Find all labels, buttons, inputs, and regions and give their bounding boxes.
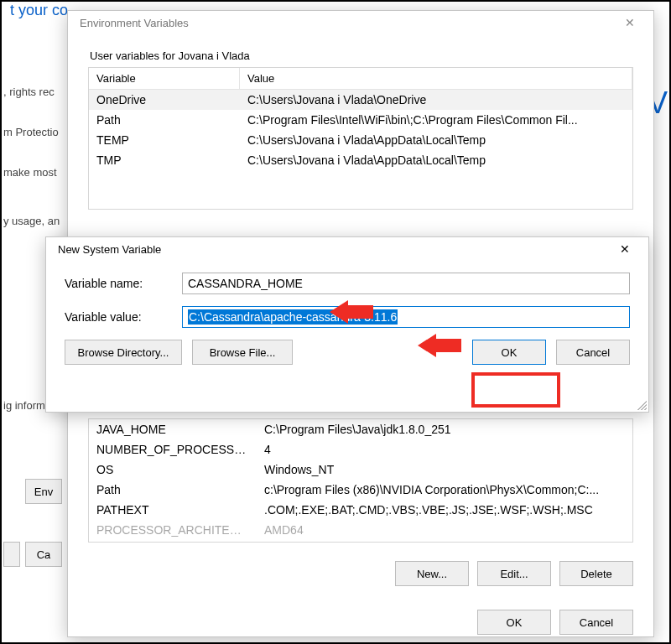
- table-row[interactable]: PROCESSOR_ARCHITECTU AMD64: [89, 520, 632, 540]
- dialog-title: Environment Variables: [80, 17, 189, 29]
- cancel-button-partial[interactable]: Ca: [25, 542, 62, 567]
- cell-variable: OS: [89, 460, 257, 480]
- table-row[interactable]: TEMP C:\Users\Jovana i Vlada\AppData\Loc…: [89, 130, 632, 150]
- cell-variable: OneDrive: [89, 90, 240, 110]
- cell-variable: TEMP: [89, 130, 240, 150]
- bg-text: , rights rec: [3, 86, 55, 98]
- cell-variable: PATHEXT: [89, 500, 257, 520]
- cell-value: .COM;.EXE;.BAT;.CMD;.VBS;.VBE;.JS;.JSE;.…: [257, 500, 632, 520]
- bg-text: ig informa: [3, 399, 51, 412]
- browse-directory-button[interactable]: Browse Directory...: [65, 340, 182, 365]
- ok-button[interactable]: OK: [477, 610, 551, 635]
- user-variables-table[interactable]: Variable Value OneDrive C:\Users\Jovana …: [88, 67, 633, 210]
- delete-button[interactable]: Delete: [559, 561, 633, 586]
- system-variables-table[interactable]: JAVA_HOME C:\Program Files\Java\jdk1.8.0…: [88, 418, 633, 543]
- table-row[interactable]: PATHEXT .COM;.EXE;.BAT;.CMD;.VBS;.VBE;.J…: [89, 500, 632, 520]
- variable-name-label: Variable name:: [65, 277, 182, 290]
- close-icon[interactable]: ✕: [615, 16, 645, 29]
- table-row[interactable]: JAVA_HOME C:\Program Files\Java\jdk1.8.0…: [89, 419, 632, 439]
- edit-button[interactable]: Edit...: [477, 561, 551, 586]
- dialog-title: New System Variable: [58, 243, 161, 256]
- cell-value: C:\Program Files\Intel\WiFi\bin\;C:\Prog…: [240, 110, 632, 130]
- table-row[interactable]: Path c:\Program Files (x86)\NVIDIA Corpo…: [89, 480, 632, 500]
- cell-value: C:\Users\Jovana i Vlada\AppData\Local\Te…: [240, 130, 632, 150]
- variable-value-input[interactable]: C:\Cassandra\apache-cassandra-3.11.6: [182, 306, 630, 328]
- table-row[interactable]: NUMBER_OF_PROCESSORS 4: [89, 439, 632, 460]
- cell-value: c:\Program Files (x86)\NVIDIA Corporatio…: [257, 480, 632, 500]
- user-variables-label: User variables for Jovana i Vlada: [90, 49, 653, 62]
- variable-name-input[interactable]: [182, 273, 630, 294]
- cell-variable: JAVA_HOME: [89, 419, 257, 439]
- cell-variable: NUMBER_OF_PROCESSORS: [89, 439, 257, 460]
- table-row[interactable]: OS Windows_NT: [89, 460, 632, 480]
- cell-value: AMD64: [257, 520, 632, 540]
- cell-variable: TMP: [89, 150, 240, 170]
- cell-value: Windows_NT: [257, 460, 632, 480]
- close-icon[interactable]: ✕: [610, 242, 640, 256]
- selected-value-text: C:\Cassandra\apache-cassandra-3.11.6: [188, 309, 398, 325]
- col-variable[interactable]: Variable: [89, 68, 240, 90]
- cell-value: 4: [257, 439, 632, 460]
- table-header: Variable Value: [89, 68, 632, 90]
- titlebar: New System Variable ✕: [46, 237, 648, 261]
- cell-value: C:\Users\Jovana i Vlada\AppData\Local\Te…: [240, 150, 632, 170]
- bg-text: y usage, an: [3, 215, 60, 227]
- new-button[interactable]: New...: [395, 561, 469, 586]
- bg-text: m Protectio: [3, 126, 59, 138]
- browse-file-button[interactable]: Browse File...: [192, 340, 293, 365]
- bg-text: make most: [3, 166, 57, 179]
- cancel-button[interactable]: Cancel: [556, 340, 630, 365]
- new-system-variable-dialog: New System Variable ✕ Variable name: Var…: [45, 236, 649, 413]
- cell-variable: Path: [89, 480, 257, 500]
- table-row[interactable]: Path C:\Program Files\Intel\WiFi\bin\;C:…: [89, 110, 632, 130]
- cell-variable: Path: [89, 110, 240, 130]
- env-button-partial[interactable]: Env: [25, 479, 62, 504]
- ok-button[interactable]: OK: [472, 340, 546, 365]
- cell-value: C:\Users\Jovana i Vlada\OneDrive: [240, 90, 632, 110]
- cell-variable: PROCESSOR_ARCHITECTU: [89, 520, 257, 540]
- button-partial[interactable]: [3, 542, 20, 567]
- table-row[interactable]: OneDrive C:\Users\Jovana i Vlada\OneDriv…: [89, 90, 632, 110]
- cell-value: C:\Program Files\Java\jdk1.8.0_251: [257, 419, 632, 439]
- titlebar: Environment Variables ✕: [68, 11, 653, 34]
- resize-grip-icon[interactable]: [635, 398, 647, 410]
- col-value[interactable]: Value: [240, 68, 632, 90]
- cancel-button[interactable]: Cancel: [559, 610, 633, 635]
- table-row[interactable]: TMP C:\Users\Jovana i Vlada\AppData\Loca…: [89, 150, 632, 170]
- variable-value-label: Variable value:: [65, 310, 182, 324]
